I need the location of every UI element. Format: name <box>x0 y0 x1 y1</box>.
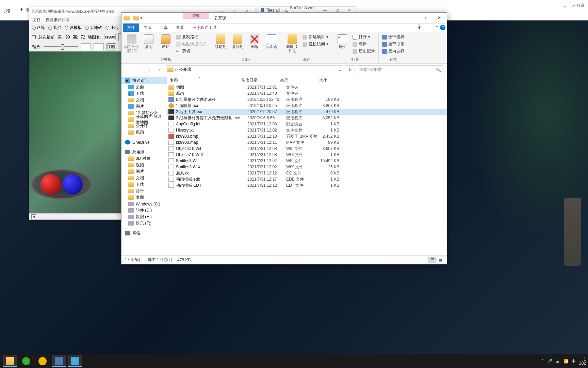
breadcrumb[interactable]: 公开课 <box>178 67 193 73</box>
zoom-slider[interactable] <box>44 46 78 47</box>
delete-button[interactable]: 删除 <box>247 33 262 49</box>
nav-desktop-2[interactable]: 桌面 <box>121 194 167 201</box>
map-name-input[interactable] <box>104 34 116 40</box>
easy-access-button[interactable]: 轻松访问 ▾ <box>302 41 329 47</box>
col-date[interactable]: 修改日期 <box>239 76 277 84</box>
radio-obstacle[interactable]: 路障 <box>32 25 45 31</box>
copy-to-button[interactable]: 复制到 <box>230 33 245 49</box>
chevron-down-icon[interactable]: ⌄ <box>564 3 567 8</box>
tray-chevron-icon[interactable]: ˄ <box>542 359 544 364</box>
nav-documents-2[interactable]: 文档 <box>121 175 167 181</box>
select-all-button[interactable]: 全部选择 <box>381 34 405 40</box>
file-row[interactable]: 2.地图工具.exe2020/1/19 20:57应用程序479 KB <box>167 109 447 115</box>
file-row[interactable]: Objects10.Wil2021/7/31 12:08WIL 文件8,607 … <box>167 145 447 152</box>
radio-block[interactable]: 遮挡 <box>48 25 61 31</box>
nav-drive-e[interactable]: 数据 (E:) <box>121 214 167 220</box>
nav-recent-button[interactable]: ⌄ <box>145 66 153 74</box>
radio-template[interactable]: 设模板 <box>65 25 82 31</box>
nav-music[interactable]: 音乐 <box>121 188 167 194</box>
chevron-down-icon[interactable]: ⌄ <box>338 67 342 72</box>
taskbar-app-2[interactable] <box>52 355 66 367</box>
nav-onedrive[interactable]: OneDrive <box>121 139 167 145</box>
nav-network[interactable]: 网络 <box>121 230 167 236</box>
qat-dropdown-icon[interactable]: ▾ <box>140 16 142 20</box>
tray-mic-icon[interactable]: 🎤 <box>547 359 552 364</box>
file-row[interactable]: 3.战神素材资源工具免费无限制.exe2020/2/16 6:55应用程序8,0… <box>167 115 447 121</box>
minimize-button[interactable]: — <box>402 13 417 23</box>
properties-button[interactable]: ✓属性 <box>335 33 350 49</box>
folder-icon[interactable] <box>133 16 139 20</box>
taskbar-browser[interactable] <box>19 355 33 367</box>
nav-3d-objects[interactable]: 3D 对象 <box>121 155 167 162</box>
menu-file[interactable]: 文件 <box>33 17 41 23</box>
nav-folder-2[interactable]: 分享图片-可以做地图 <box>121 116 167 123</box>
edit-button[interactable]: 编辑 <box>352 41 376 47</box>
radio-bigtile[interactable]: 大地砖 <box>85 25 102 31</box>
nav-documents[interactable]: 文档 <box>121 97 167 103</box>
always-on-top-checkbox[interactable] <box>32 35 36 39</box>
search-input[interactable]: 搜索"公开课" 🔍 <box>357 65 443 74</box>
menu-setdir[interactable]: 设置素材目录 <box>46 17 70 23</box>
nav-this-pc[interactable]: 此电脑 <box>121 149 167 155</box>
scroll-left-button[interactable]: ◄ <box>31 214 36 219</box>
collapse-ribbon-icon[interactable]: ⌃ <box>435 25 439 30</box>
file-row[interactable]: History.txt2021/7/31 12:02文本文档1 KB <box>167 127 447 133</box>
file-row[interactable]: Smtiles3.WIX2021/7/31 12:02WIX 文件26 KB <box>167 164 447 170</box>
file-row[interactable]: 0.批量修改文件名.exe2019/10/30 22:40应用程序189 KB <box>167 96 447 103</box>
col-type[interactable]: 类型 <box>277 76 309 84</box>
zoom-y-input[interactable] <box>94 43 104 50</box>
nav-folder-4[interactable]: 原画 <box>121 129 167 136</box>
tray-cloud-icon[interactable]: ☁ <box>555 359 560 364</box>
file-row[interactable]: 动画模板.edb2021/7/31 12:17EDB 文件1 KB <box>167 176 447 182</box>
refresh-button[interactable]: ↻ <box>345 65 355 74</box>
file-row[interactable]: Smtiles3.Wil2021/7/31 12:02WIL 文件19,492 … <box>167 158 447 164</box>
file-row[interactable]: 原画2021/7/31 11:40文件夹 <box>167 90 447 96</box>
new-item-button[interactable]: 新建项目 ▾ <box>302 34 329 40</box>
details-view-button[interactable]: ☰ <box>428 257 436 263</box>
nav-up-button[interactable]: ↑ <box>156 66 164 74</box>
zoom-x-input[interactable] <box>81 43 91 50</box>
open-button[interactable]: 打开 ▾ <box>352 34 376 40</box>
nav-videos[interactable]: 视频 <box>121 162 167 168</box>
maximize-button[interactable]: □ <box>417 13 432 23</box>
tray-wifi-icon[interactable]: 📶 <box>564 359 568 364</box>
tab-file[interactable]: 文件 <box>123 24 139 32</box>
tray-ime[interactable]: 中 <box>572 358 576 364</box>
taskbar-photos[interactable] <box>68 355 82 367</box>
nav-pictures-2[interactable]: 图片 <box>121 168 167 175</box>
nav-downloads[interactable]: ↓下载 <box>121 90 167 97</box>
taskbar-explorer[interactable] <box>3 355 17 367</box>
new-folder-button[interactable]: 新建 文件夹 <box>285 33 300 53</box>
close-button[interactable]: ✕ <box>432 13 447 23</box>
nav-drive-f[interactable]: 娱乐 (F:) <box>121 220 167 227</box>
taskbar-app-1[interactable] <box>35 355 50 367</box>
pin-to-quick-button[interactable]: 固定到快 速访问 <box>124 33 139 53</box>
tab-share[interactable]: 共享 <box>156 24 172 32</box>
radio-smalltile[interactable]: 小地 <box>105 25 118 31</box>
cut-button[interactable]: ✂剪切 <box>175 48 207 55</box>
icons-view-button[interactable]: ▦ <box>437 257 444 263</box>
invert-selection-button[interactable]: 反向选择 <box>381 48 405 55</box>
nav-back-button[interactable]: ← <box>125 66 133 74</box>
rename-button[interactable]: 重命名 <box>264 33 279 49</box>
col-name[interactable]: 名称 <box>167 76 239 84</box>
file-row[interactable]: 晨风.cc2021/7/31 12:12CC 文件0 KB <box>167 170 447 176</box>
nav-drive-c[interactable]: Windows (C:) <box>121 201 167 207</box>
file-row[interactable]: AppConfig.ini2021/7/31 12:08配置设置1 KB <box>167 121 447 127</box>
file-row[interactable]: kk9903.map2021/7/31 12:11MAP 文件89 KB <box>167 139 447 145</box>
copy-button[interactable]: 复制 <box>141 33 156 49</box>
nav-drive-d[interactable]: 软件 (D:) <box>121 207 167 214</box>
nav-forward-button[interactable]: → <box>135 66 143 74</box>
file-row[interactable]: kk9903.bmp2021/7/31 12:10看图王 BMP 图片...2,… <box>167 133 447 139</box>
file-row[interactable]: 切图2021/7/31 12:01文件夹 <box>167 84 447 90</box>
select-none-button[interactable]: 全部取消 <box>381 41 405 47</box>
tab-app-tools[interactable]: 应用程序工具 <box>188 24 221 32</box>
address-bar[interactable]: › 公开课 ⌄ <box>166 65 343 74</box>
help-icon[interactable]: ? <box>440 25 445 30</box>
copy-path-button[interactable]: 复制路径 <box>175 34 207 40</box>
col-size[interactable]: 大小 <box>309 76 330 84</box>
paste-shortcut-button[interactable]: 粘贴快捷方式 <box>175 41 207 47</box>
share-button[interactable]: ↗ 分享 <box>572 3 585 9</box>
tab-home[interactable]: 主页 <box>139 24 156 32</box>
file-row[interactable]: 动画模板.EDT2021/7/31 12:12EDT 文件1 KB <box>167 182 447 188</box>
